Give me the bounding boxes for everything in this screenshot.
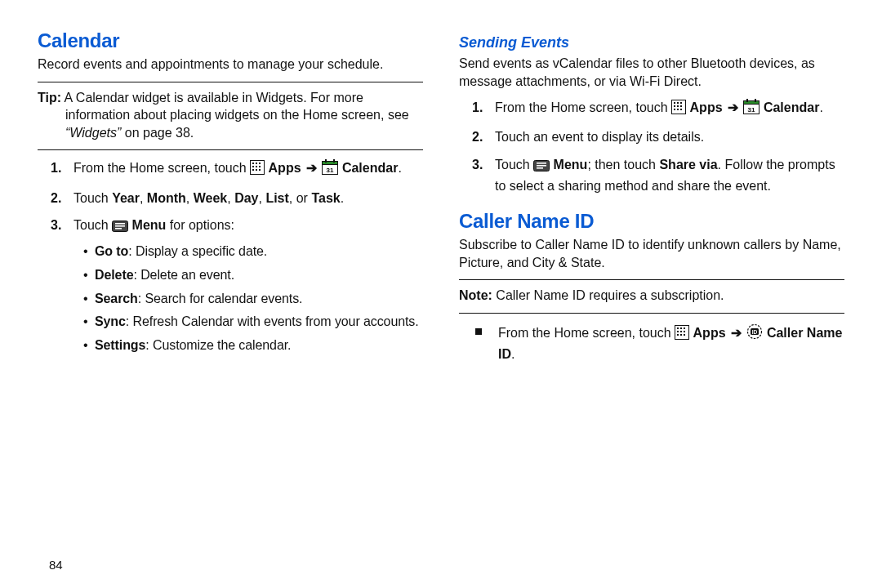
calendar-icon: 31 <box>743 98 760 119</box>
caller-id-icon: ID <box>746 323 763 345</box>
option-settings: Settings: Customize the calendar. <box>83 336 423 356</box>
step-1: From the Home screen, touch Apps ➔ ID Ca… <box>480 323 844 363</box>
apps-label: Apps <box>693 326 726 340</box>
apps-label: Apps <box>690 100 723 114</box>
calendar-label: Calendar <box>342 161 398 175</box>
svg-rect-20 <box>674 102 675 104</box>
svg-rect-17 <box>115 225 125 227</box>
svg-rect-16 <box>115 223 125 225</box>
svg-rect-18 <box>115 228 122 229</box>
svg-rect-8 <box>256 169 257 171</box>
svg-rect-30 <box>744 101 760 105</box>
svg-rect-45 <box>677 334 679 336</box>
calendar-label: Calendar <box>764 100 819 114</box>
svg-rect-22 <box>680 102 682 104</box>
caller-id-intro: Subscribe to Caller Name ID to identify … <box>459 236 844 271</box>
divider <box>459 313 844 314</box>
calendar-intro: Record events and appointments to manage… <box>38 56 423 74</box>
svg-rect-5 <box>256 166 257 167</box>
option-delete: Delete: Delete an event. <box>83 265 423 286</box>
step-text: Touch <box>495 158 533 172</box>
option-search: Search: Search for calendar events. <box>83 289 423 310</box>
step-text: From the Home screen, touch <box>495 100 671 114</box>
svg-rect-13 <box>333 159 335 163</box>
step-text: From the Home screen, touch <box>74 161 250 175</box>
step-2: Touch Year, Month, Week, Day, List, or T… <box>59 189 423 207</box>
svg-rect-40 <box>680 327 682 329</box>
svg-text:31: 31 <box>748 106 755 114</box>
sending-events-intro: Send events as vCalendar files to other … <box>459 55 844 90</box>
svg-rect-3 <box>259 163 261 164</box>
note-label: Note: <box>459 288 492 302</box>
tip-text-1: A Calendar widget is available in Widget… <box>65 91 409 122</box>
svg-text:31: 31 <box>327 167 334 174</box>
step-text: Touch <box>74 218 112 232</box>
svg-rect-39 <box>677 327 679 329</box>
step-1: From the Home screen, touch Apps ➔ 31 Ca… <box>480 98 844 119</box>
menu-icon <box>533 158 550 176</box>
share-via-label: Share via <box>659 158 717 172</box>
tip-block: Tip: A Calendar widget is available in W… <box>38 87 423 147</box>
svg-rect-21 <box>677 102 679 104</box>
svg-rect-23 <box>674 105 675 107</box>
menu-label: Menu <box>554 158 588 172</box>
svg-rect-2 <box>256 163 257 164</box>
apps-grid-icon <box>671 100 686 119</box>
svg-rect-26 <box>674 109 675 110</box>
tip-ref: “Widgets” <box>65 126 121 140</box>
menu-icon <box>112 218 128 237</box>
svg-rect-32 <box>755 99 756 102</box>
step-2: Touch an event to display its details. <box>480 127 844 146</box>
svg-rect-46 <box>680 334 682 336</box>
note-block: Note: Caller Name ID requires a subscrip… <box>459 285 844 310</box>
divider <box>38 82 423 82</box>
step-text: Touch an event to display its details. <box>495 130 704 144</box>
left-column: Calendar Record events and appointments … <box>20 29 441 572</box>
option-sync: Sync: Refresh Calendar with events from … <box>83 312 423 332</box>
svg-rect-4 <box>252 166 254 167</box>
apps-grid-icon <box>675 325 689 345</box>
step-3: Touch Menu; then touch Share via. Follow… <box>480 155 844 195</box>
svg-rect-28 <box>680 109 682 110</box>
svg-rect-37 <box>537 167 543 169</box>
step-text-2: for options: <box>166 218 234 232</box>
caller-id-step: From the Home screen, touch Apps ➔ ID Ca… <box>459 323 844 363</box>
tip-label: Tip: <box>38 91 61 105</box>
svg-rect-6 <box>259 166 261 167</box>
heading-calendar: Calendar <box>38 29 423 52</box>
right-column: Sending Events Send events as vCalendar … <box>441 29 862 572</box>
svg-rect-41 <box>684 327 685 329</box>
apps-label: Apps <box>269 161 301 175</box>
step-1: From the Home screen, touch Apps ➔ 31 Ca… <box>59 158 423 180</box>
svg-rect-44 <box>684 331 685 332</box>
svg-rect-11 <box>323 162 338 165</box>
svg-text:ID: ID <box>752 328 758 334</box>
option-goto: Go to: Display a specific date. <box>83 242 423 262</box>
tip-text-2: on page 38. <box>121 126 194 140</box>
subheading-sending-events: Sending Events <box>459 34 844 51</box>
svg-rect-1 <box>252 163 254 164</box>
calendar-steps: From the Home screen, touch Apps ➔ 31 Ca… <box>38 158 423 356</box>
note-text: Caller Name ID requires a subscription. <box>496 288 724 302</box>
svg-rect-24 <box>677 105 679 107</box>
svg-rect-9 <box>259 169 261 171</box>
menu-label: Menu <box>132 218 167 232</box>
heading-caller-name-id: Caller Name ID <box>459 210 844 233</box>
step-3: Touch Menu for options: Go to: Display a… <box>59 216 423 356</box>
sending-events-steps: From the Home screen, touch Apps ➔ 31 Ca… <box>459 98 844 195</box>
apps-grid-icon <box>250 160 265 180</box>
svg-rect-36 <box>537 165 546 167</box>
divider <box>38 149 423 150</box>
arrow-icon: ➔ <box>305 161 318 175</box>
svg-rect-25 <box>680 105 682 107</box>
menu-options: Go to: Display a specific date. Delete: … <box>74 242 423 356</box>
svg-rect-31 <box>746 99 748 102</box>
svg-rect-42 <box>677 331 679 332</box>
step-text: Touch <box>74 191 112 205</box>
svg-rect-7 <box>252 169 254 171</box>
calendar-icon: 31 <box>322 158 338 180</box>
page-number: 84 <box>49 558 63 572</box>
arrow-icon: ➔ <box>726 100 740 114</box>
arrow-icon: ➔ <box>729 326 743 340</box>
divider <box>459 279 844 280</box>
